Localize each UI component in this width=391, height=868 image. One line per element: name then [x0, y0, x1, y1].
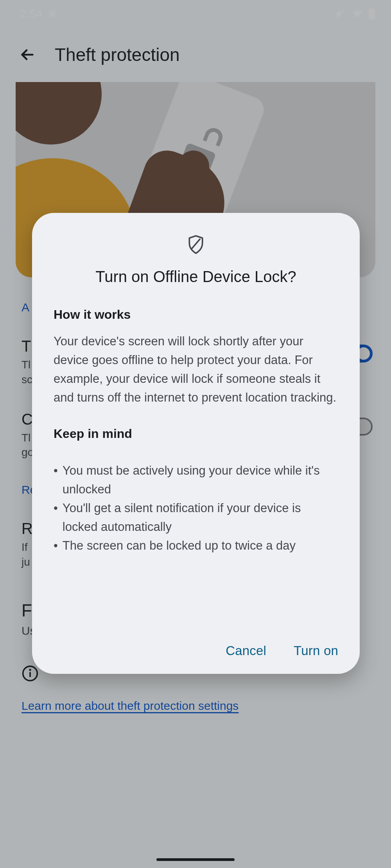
- dialog-heading-how: How it works: [54, 307, 338, 322]
- dialog-heading-keep: Keep in mind: [54, 427, 338, 441]
- offline-lock-dialog: Turn on Offline Device Lock? How it work…: [32, 213, 360, 674]
- dialog-title: Turn on Offline Device Lock?: [95, 268, 296, 286]
- dialog-bullet: •You must be actively using your device …: [54, 461, 338, 499]
- dialog-bullet-text: You'll get a silent notification if your…: [63, 499, 338, 536]
- gesture-nav-handle[interactable]: [156, 858, 235, 861]
- dialog-bullet: •You'll get a silent notification if you…: [54, 499, 338, 536]
- dialog-bullet-text: You must be actively using your device w…: [63, 461, 338, 499]
- dialog-bullet: •The screen can be locked up to twice a …: [54, 536, 338, 555]
- turn-on-button[interactable]: Turn on: [294, 643, 338, 658]
- shield-icon: [187, 234, 205, 256]
- cancel-button[interactable]: Cancel: [226, 643, 266, 658]
- dialog-bullet-list: •You must be actively using your device …: [54, 461, 338, 555]
- dialog-body-how: Your device's screen will lock shortly a…: [54, 332, 338, 407]
- dialog-bullet-text: The screen can be locked up to twice a d…: [63, 536, 296, 555]
- dialog-actions: Cancel Turn on: [54, 620, 338, 658]
